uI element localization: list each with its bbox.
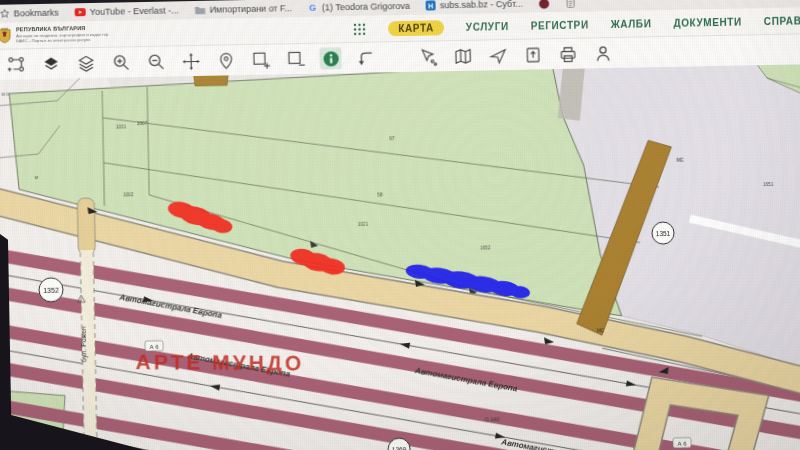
bookmark-label: YouTube - Everlast -... xyxy=(90,5,179,17)
nav-item-map[interactable]: КАРТА xyxy=(388,20,444,36)
bookmark-imported[interactable]: Импортирани от F... xyxy=(194,3,292,15)
bookmark-subs[interactable]: Н subs.sab.bz - Субт... xyxy=(426,0,523,11)
parcel-number: 58 xyxy=(377,191,383,197)
zoom-out-icon xyxy=(146,52,165,71)
layers-filled-icon xyxy=(41,54,60,73)
nav-item-references[interactable]: СПРАВКИ xyxy=(764,15,800,27)
location-pin-icon xyxy=(216,51,235,70)
parcel-number: 97 xyxy=(389,135,395,141)
parcel-number: 1651 xyxy=(763,182,774,187)
road-badge-1351: 1351 xyxy=(656,229,671,236)
coordinate-tool-button[interactable] xyxy=(4,53,26,75)
main-nav: КАРТА УСЛУГИ РЕГИСТРИ ЖАЛБИ ДОКУМЕНТИ СП… xyxy=(353,13,800,37)
agency-logo: РЕПУБЛИКА БЪЛГАРИЯ Агенция по геодезия, … xyxy=(0,25,109,45)
export-icon xyxy=(523,45,542,64)
previous-extent-icon xyxy=(356,48,375,67)
export-button[interactable] xyxy=(521,43,543,65)
road-badge-1352: 1352 xyxy=(43,286,59,293)
pan-button[interactable] xyxy=(179,50,201,72)
folder-icon xyxy=(194,5,205,14)
star-icon xyxy=(0,9,10,19)
identify-info-icon xyxy=(321,49,340,68)
atlas-map-icon xyxy=(453,46,472,65)
north-arrow-button[interactable] xyxy=(486,44,508,66)
svg-text:Н: Н xyxy=(428,2,433,9)
blue-site-icon: Н xyxy=(426,0,436,10)
bookmark-bookmarks[interactable]: Bookmarks xyxy=(0,8,59,19)
maroon-dot-icon xyxy=(539,0,550,9)
zoom-box-out-icon xyxy=(286,49,305,68)
user-button[interactable] xyxy=(591,42,613,64)
parcel-number: 1031 xyxy=(116,124,127,129)
bookmark-label: Bookmarks xyxy=(14,8,59,19)
google-icon: G xyxy=(308,3,318,13)
map-canvas[interactable]: 3072 м 1031 1007 1002 1000 97 58 1021 16… xyxy=(0,64,800,450)
layers-icon xyxy=(76,53,95,72)
layers-filled-button[interactable] xyxy=(39,53,61,75)
bookmark-label: subs.sab.bz - Субт... xyxy=(440,0,523,10)
browser-screen: Bookmarks YouTube - Everlast -... Импорт… xyxy=(0,0,800,450)
road-badge-a6: А 6 xyxy=(678,440,688,446)
select-features-icon xyxy=(418,47,437,66)
zoom-out-button[interactable] xyxy=(144,51,166,73)
zoom-in-button[interactable] xyxy=(109,51,131,73)
portal-subtitle: КАИС - Портал за електронни услуги xyxy=(16,37,108,44)
zoom-box-in-icon xyxy=(251,50,270,69)
area-label-mc: МС xyxy=(597,328,605,333)
parcel-number: 3072 xyxy=(1,93,10,97)
bookmark-other[interactable] xyxy=(566,0,576,8)
cadastral-map[interactable]: 3072 м 1031 1007 1002 1000 97 58 1021 16… xyxy=(0,64,800,450)
bookmark-site[interactable] xyxy=(539,0,550,9)
previous-extent-button[interactable] xyxy=(354,47,376,69)
photo-of-monitor: Bookmarks YouTube - Everlast -... Импорт… xyxy=(0,0,800,450)
distance-label: О 140 xyxy=(485,416,500,422)
parcel-number: 1002 xyxy=(123,192,134,197)
nav-item-registers[interactable]: РЕГИСТРИ xyxy=(531,19,589,31)
layers-button[interactable] xyxy=(74,52,96,74)
parcel-number: 1021 xyxy=(358,222,369,227)
north-arrow-icon xyxy=(488,46,507,65)
bookmark-label: Импортирани от F... xyxy=(209,3,292,15)
print-button[interactable] xyxy=(556,43,578,65)
road-badge-1369: 1369 xyxy=(392,446,407,450)
atlas-button[interactable] xyxy=(451,45,473,67)
parcel-number: 1652 xyxy=(480,245,491,250)
select-features-button[interactable] xyxy=(416,45,438,67)
nav-item-services[interactable]: УСЛУГИ xyxy=(466,20,509,32)
bookmark-label: (1) Teodora Grigorova xyxy=(322,1,410,13)
parcel-number: м xyxy=(35,175,38,180)
watermark: АРТЕ МУНДО xyxy=(136,350,305,374)
road-badge-a6: А 6 xyxy=(150,343,160,349)
parcel-number: 1007 xyxy=(137,121,148,126)
zoom-box-out-button[interactable] xyxy=(284,48,306,70)
print-icon xyxy=(558,44,577,63)
zoom-box-in-button[interactable] xyxy=(249,49,271,71)
nav-item-complaints[interactable]: ЖАЛБИ xyxy=(611,18,652,30)
coordinate-tool-icon xyxy=(6,55,25,74)
page-icon xyxy=(566,0,576,8)
user-icon xyxy=(593,44,612,63)
nav-item-documents[interactable]: ДОКУМЕНТИ xyxy=(673,16,742,28)
coat-of-arms-icon xyxy=(0,28,11,44)
location-pin-button[interactable] xyxy=(214,49,236,71)
svg-text:G: G xyxy=(309,3,316,13)
bookmark-youtube[interactable]: YouTube - Everlast -... xyxy=(75,5,179,17)
identify-button[interactable] xyxy=(319,47,341,69)
pan-icon xyxy=(181,51,200,70)
youtube-icon xyxy=(75,8,86,16)
area-label-mc: МС xyxy=(677,158,685,163)
apps-grid-icon[interactable] xyxy=(353,22,366,35)
zoom-in-icon xyxy=(111,53,130,72)
bookmark-google-account[interactable]: G (1) Teodora Grigorova xyxy=(308,1,410,13)
